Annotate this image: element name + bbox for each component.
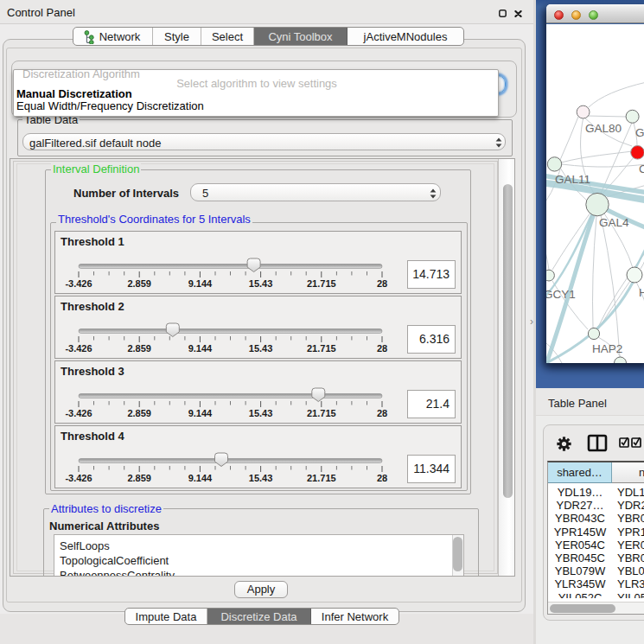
svg-text:28: 28 <box>377 473 387 483</box>
svg-text:-3.426: -3.426 <box>65 278 92 289</box>
svg-text:28: 28 <box>377 408 387 418</box>
svg-text:15.43: 15.43 <box>249 278 273 289</box>
svg-text:2.859: 2.859 <box>127 408 151 418</box>
svg-text:21.715: 21.715 <box>307 408 336 418</box>
svg-text:-3.426: -3.426 <box>65 408 92 418</box>
svg-text:9.144: 9.144 <box>188 408 213 418</box>
svg-text:HIS4: HIS4 <box>639 286 644 299</box>
svg-text:15.43: 15.43 <box>249 343 273 354</box>
svg-text:9.144: 9.144 <box>188 473 213 483</box>
svg-text:21.715: 21.715 <box>307 278 336 289</box>
svg-text:Threshold 1: Threshold 1 <box>61 235 124 248</box>
svg-text:Threshold 4: Threshold 4 <box>61 430 124 443</box>
svg-text:15.43: 15.43 <box>249 408 273 418</box>
svg-text:21.715: 21.715 <box>307 343 336 354</box>
svg-text:2.859: 2.859 <box>127 473 151 483</box>
svg-text:GCY1: GCY1 <box>546 288 576 301</box>
svg-text:Threshold 3: Threshold 3 <box>61 365 124 378</box>
svg-text:GAL11: GAL11 <box>555 173 590 186</box>
svg-text:2.859: 2.859 <box>127 343 151 354</box>
svg-text:Threshold 2: Threshold 2 <box>61 300 124 313</box>
svg-text:GAL4: GAL4 <box>599 216 629 229</box>
svg-text:-3.426: -3.426 <box>65 473 92 483</box>
svg-text:2.859: 2.859 <box>127 278 151 289</box>
svg-text:GAL80: GAL80 <box>585 122 622 135</box>
svg-text:15.43: 15.43 <box>249 473 273 483</box>
svg-text:28: 28 <box>377 343 387 354</box>
svg-text:HAP2: HAP2 <box>592 342 622 355</box>
svg-text:21.715: 21.715 <box>307 473 336 483</box>
svg-text:9.144: 9.144 <box>188 343 213 354</box>
svg-text:CAF4: CAF4 <box>639 163 644 175</box>
svg-text:GAL1: GAL1 <box>635 126 644 139</box>
svg-text:28: 28 <box>377 278 387 289</box>
svg-text:9.144: 9.144 <box>188 278 213 289</box>
svg-text:-3.426: -3.426 <box>65 343 92 354</box>
